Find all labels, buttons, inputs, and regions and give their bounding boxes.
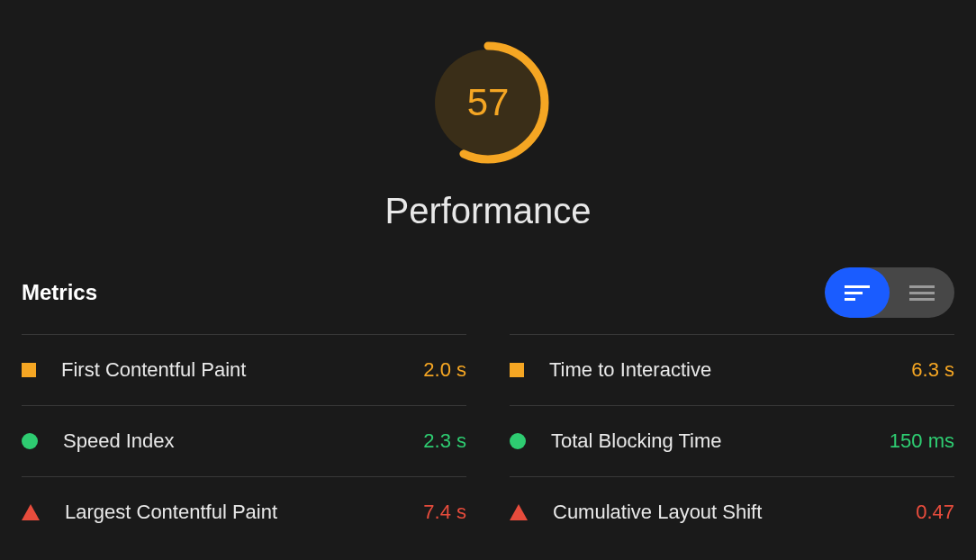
performance-gauge: 57 [425,40,551,166]
metric-label: Total Blocking Time [551,429,890,453]
gauge-score: 57 [467,81,510,124]
metric-row: Time to Interactive 6.3 s [510,334,954,405]
view-toggle [825,267,954,318]
metric-value: 2.0 s [423,358,466,382]
metric-value: 0.47 [916,501,954,524]
svg-rect-1 [845,285,870,288]
metrics-header: Metrics [22,267,954,318]
metric-value: 6.3 s [911,358,954,382]
svg-rect-3 [845,298,855,301]
view-toggle-detailed[interactable] [825,267,890,318]
status-circle-icon [22,433,38,449]
svg-rect-4 [909,285,935,288]
metric-row: Speed Index 2.3 s [22,405,466,476]
view-toggle-compact[interactable] [890,267,954,318]
status-square-icon [510,363,524,377]
metric-label: Cumulative Layout Shift [553,501,916,524]
metric-row: Largest Contentful Paint 7.4 s [22,476,466,547]
metrics-grid: First Contentful Paint 2.0 s Speed Index… [22,334,954,547]
status-triangle-icon [22,504,40,520]
status-circle-icon [510,433,526,449]
gauge-title: Performance [385,191,592,231]
performance-gauge-section: 57 Performance [22,40,954,231]
status-triangle-icon [510,504,528,520]
metric-label: First Contentful Paint [61,358,423,382]
metric-label: Speed Index [63,429,423,453]
metric-value: 7.4 s [423,501,466,524]
svg-rect-5 [909,292,935,294]
metric-row: First Contentful Paint 2.0 s [22,334,466,405]
metrics-column-left: First Contentful Paint 2.0 s Speed Index… [22,334,466,547]
metrics-title: Metrics [22,280,97,305]
svg-rect-2 [845,292,863,294]
bars-icon [909,284,935,302]
metric-label: Time to Interactive [549,358,911,382]
metric-label: Largest Contentful Paint [65,501,423,524]
svg-rect-6 [909,298,935,301]
metric-value: 150 ms [890,429,954,453]
bars-staggered-icon [845,284,870,302]
metric-row: Cumulative Layout Shift 0.47 [510,476,954,547]
metric-row: Total Blocking Time 150 ms [510,405,954,476]
metric-value: 2.3 s [423,429,466,453]
metrics-column-right: Time to Interactive 6.3 s Total Blocking… [510,334,954,547]
status-square-icon [22,363,36,377]
